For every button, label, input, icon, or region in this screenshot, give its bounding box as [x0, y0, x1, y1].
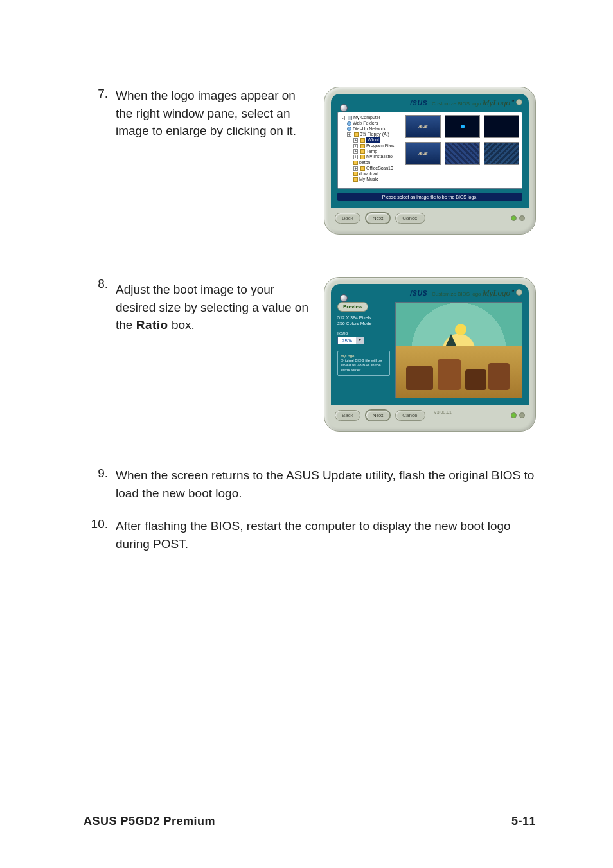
step-7-row: 7. When the logo images appear on the ri… [90, 87, 536, 235]
preview-sidebar: Preview 512 X 384 Pixels 256 Colors Mode… [337, 302, 390, 398]
tm-label: ™ [510, 289, 515, 294]
folder-icon [353, 161, 358, 165]
page-footer: ASUS P5GD2 Premium 5-11 [84, 808, 536, 828]
step-7-text: When the logo images appear on the right… [116, 87, 308, 140]
screenshot-1-frame: /SUS Customize BIOS logo MyLogo™ -My Com… [324, 87, 536, 235]
step-9-number: 9. [90, 466, 116, 481]
step-10-row: 10. After flashing the BIOS, restart the… [90, 517, 536, 553]
tree-item[interactable]: Temp [366, 149, 377, 155]
step-7-number: 7. [90, 87, 116, 101]
screenshot-1-buttons: Back Next Cancel [331, 208, 529, 225]
screenshot-1: /SUS Customize BIOS logo MyLogo™ -My Com… [324, 87, 536, 235]
thumbnail[interactable] [445, 142, 480, 165]
tree-item[interactable]: Dial-Up Network [353, 127, 386, 132]
thumbnail[interactable] [484, 142, 519, 165]
floppy-icon [354, 132, 359, 137]
step-9-text: When the screen returns to the ASUS Upda… [116, 466, 536, 502]
thumbnail[interactable]: /SUS [405, 115, 441, 138]
tree-item-selected[interactable]: Winnt [366, 137, 380, 143]
step-10-number: 10. [90, 517, 116, 531]
status-leds [511, 412, 525, 418]
back-button[interactable]: Back [335, 213, 360, 224]
hint-bar: Please select an image file to be the BI… [337, 193, 522, 201]
cancel-button[interactable]: Cancel [395, 213, 425, 224]
step-8-row: 8. Adjust the boot image to your desired… [90, 277, 536, 432]
thumbnail[interactable] [484, 115, 519, 138]
instruction-list: 7. When the logo images appear on the ri… [90, 87, 536, 553]
computer-icon [348, 116, 352, 120]
footer-right: 5-11 [511, 815, 536, 828]
step-9-row: 9. When the screen returns to the ASUS U… [90, 466, 536, 502]
message-body: Original BIOS file will be saved as Z8.B… [341, 359, 382, 371]
folder-icon [360, 166, 365, 171]
folder-icon [360, 155, 365, 159]
version-label: V3.08.01 [434, 410, 452, 414]
ratio-value: 75% [338, 338, 356, 344]
customize-label: Customize BIOS logo [432, 101, 481, 107]
preview-image [395, 302, 522, 398]
folder-icon [353, 172, 358, 176]
tree-item[interactable]: Web Folders [353, 121, 378, 127]
step-8-text: Adjust the boot image to your desired si… [116, 281, 308, 334]
thumbtack-icon [340, 294, 348, 302]
folder-tree[interactable]: -My Computer Web Folders Dial-Up Network… [341, 115, 402, 186]
close-icon[interactable] [516, 289, 522, 296]
tree-item[interactable]: Program Files [366, 143, 395, 149]
tree-item[interactable]: My Music [359, 177, 378, 182]
preview-meta-colors: 256 Colors Mode [337, 321, 390, 326]
folder-icon [360, 138, 365, 143]
screenshot-1-workspace: /SUS Customize BIOS logo MyLogo™ -My Com… [331, 94, 529, 208]
step-8-number: 8. [90, 277, 116, 291]
tree-item[interactable]: download [359, 172, 378, 177]
file-browser-pane: -My Computer Web Folders Dial-Up Network… [337, 112, 522, 189]
ratio-label: Ratio [337, 331, 390, 335]
screenshot-2-workspace: /SUS Customize BIOS logo MyLogo™ Preview… [331, 284, 529, 405]
thumbnail-grid: /SUS /SUS [405, 115, 519, 186]
status-leds [511, 215, 525, 221]
thumbnail[interactable] [445, 115, 480, 138]
mylogo-label: MyLogo [483, 288, 510, 297]
ratio-select[interactable]: 75% [337, 337, 364, 344]
tree-item[interactable]: batch [359, 160, 370, 166]
next-button[interactable]: Next [366, 410, 390, 421]
asus-logo: /SUS [410, 290, 427, 297]
chevron-down-icon[interactable] [356, 337, 364, 344]
thumbtack-icon [340, 104, 348, 112]
globe-icon [347, 121, 351, 126]
preview-meta-pixels: 512 X 384 Pixels [337, 315, 390, 320]
next-button[interactable]: Next [366, 213, 390, 224]
globe-icon [347, 127, 351, 131]
message-title: MyLogo [341, 354, 354, 358]
screenshot-1-titlebar: /SUS Customize BIOS logo MyLogo™ [410, 98, 522, 108]
close-icon[interactable] [516, 99, 522, 105]
preview-label: Preview [337, 302, 368, 312]
message-box: MyLogo Original BIOS file will be saved … [337, 351, 390, 376]
thumbnail[interactable]: /SUS [405, 142, 441, 165]
preview-boat [446, 334, 456, 346]
tree-item[interactable]: My Installatio [366, 154, 393, 160]
tm-label: ™ [510, 99, 515, 103]
step-10-text: After flashing the BIOS, restart the com… [116, 517, 536, 553]
footer-left: ASUS P5GD2 Premium [84, 815, 215, 828]
screenshot-2-frame: /SUS Customize BIOS logo MyLogo™ Preview… [324, 277, 536, 432]
preview-pane: Preview 512 X 384 Pixels 256 Colors Mode… [337, 302, 522, 398]
folder-icon [353, 177, 358, 182]
preview-sun [455, 324, 466, 335]
asus-logo: /SUS [410, 100, 427, 107]
tree-item[interactable]: 3½ Floppy (A:) [360, 132, 389, 137]
preview-rocks [406, 356, 512, 390]
page: 7. When the logo images appear on the ri… [0, 0, 613, 868]
screenshot-2-titlebar: /SUS Customize BIOS logo MyLogo™ [410, 288, 522, 298]
cancel-button[interactable]: Cancel [395, 410, 425, 421]
customize-label: Customize BIOS logo [432, 291, 481, 297]
back-button[interactable]: Back [335, 410, 360, 421]
tree-root[interactable]: My Computer [353, 115, 380, 121]
folder-icon [360, 144, 365, 148]
screenshot-2: /SUS Customize BIOS logo MyLogo™ Preview… [324, 277, 536, 432]
tree-item[interactable]: OfficeScan10 [366, 166, 393, 172]
screenshot-2-buttons: Back Next Cancel V3.08.01 [331, 405, 529, 422]
folder-icon [360, 149, 365, 154]
mylogo-label: MyLogo [483, 98, 510, 107]
